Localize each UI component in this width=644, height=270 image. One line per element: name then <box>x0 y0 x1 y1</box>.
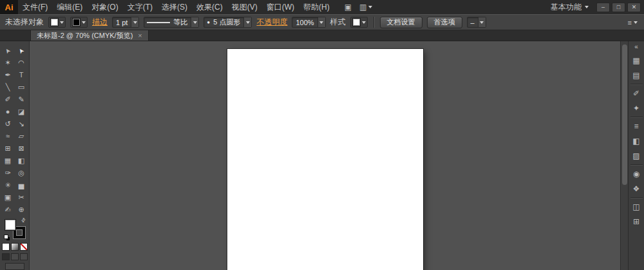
tab-close-icon[interactable]: × <box>138 32 142 39</box>
chevron-down-icon <box>82 21 86 24</box>
selection-tool[interactable]: ➤ <box>1 44 15 57</box>
width-tool[interactable]: ≈ <box>1 130 15 142</box>
direct-selection-tool[interactable]: ➤ <box>15 44 28 57</box>
menu-window[interactable]: 窗口(W) <box>262 0 299 14</box>
lasso-tool-icon: ◠ <box>18 59 24 66</box>
blob-brush-tool[interactable]: ● <box>1 106 15 118</box>
restore-button[interactable]: □ <box>612 3 625 12</box>
menu-type[interactable]: 文字(T) <box>123 0 157 14</box>
stroke-weight-select[interactable]: 1 pt <box>112 17 139 28</box>
dock-divider <box>630 164 643 165</box>
minimize-button[interactable]: – <box>596 3 610 12</box>
bridge-icon[interactable]: ▣ <box>345 3 352 12</box>
menu-select[interactable]: 选择(S) <box>157 0 192 14</box>
type-tool[interactable]: T <box>15 69 28 81</box>
graphic-styles-panel-button[interactable]: ❖ <box>629 181 644 196</box>
document-setup-button[interactable]: 文档设置 <box>380 17 422 28</box>
screen-mode-button[interactable] <box>5 263 24 270</box>
default-fill-stroke-icon[interactable] <box>4 235 8 239</box>
dock-divider <box>630 197 643 198</box>
column-graph-tool[interactable]: ▅ <box>15 179 28 191</box>
rectangle-tool[interactable]: ▭ <box>15 81 28 93</box>
blend-tool[interactable]: ◎ <box>15 167 28 179</box>
symbols-panel-button[interactable]: ✦ <box>629 101 644 115</box>
stroke-color-dropdown[interactable] <box>70 17 88 28</box>
free-transform-tool[interactable]: ▱ <box>15 130 28 142</box>
fill-color-swatch <box>50 18 59 26</box>
menu-view[interactable]: 视图(V) <box>227 0 262 14</box>
draw-inside-button[interactable] <box>20 253 28 260</box>
symbol-sprayer-tool[interactable]: ✳ <box>1 179 15 191</box>
pencil-tool[interactable]: ✎ <box>15 93 28 106</box>
stroke-panel-link[interactable]: 描边 <box>92 17 108 28</box>
menu-edit[interactable]: 编辑(E) <box>52 0 87 14</box>
expand-panels-button[interactable]: « <box>634 43 638 53</box>
color-panel-button[interactable]: ▦ <box>629 53 644 68</box>
transparency-panel-button[interactable]: ▨ <box>629 148 644 163</box>
apply-none-button[interactable] <box>20 243 28 251</box>
artboard[interactable] <box>227 49 423 270</box>
brush-definition-select[interactable]: ● 5 点圆形 <box>204 17 252 28</box>
eyedropper-tool[interactable]: ✑ <box>1 167 15 179</box>
appearance-panel-button[interactable]: ◉ <box>629 166 644 181</box>
vertical-scrollbar[interactable] <box>620 41 628 270</box>
draw-behind-button[interactable] <box>11 253 19 260</box>
menu-effect[interactable]: 效果(C) <box>192 0 227 14</box>
pen-tool[interactable]: ✒ <box>1 69 15 81</box>
color-panel-icon: ▦ <box>632 57 639 64</box>
close-button[interactable]: ✕ <box>627 3 641 12</box>
width-tool-icon: ≈ <box>6 133 10 140</box>
menu-object[interactable]: 对象(O) <box>87 0 122 14</box>
apply-color-button[interactable] <box>2 243 10 251</box>
graphic-style-dropdown[interactable] <box>350 17 368 28</box>
control-bar: 未选择对象 描边 1 pt 等比 ● 5 点圆形 不透明度 100% 样式 文档… <box>0 14 644 30</box>
preferences-button[interactable]: 首选项 <box>427 17 462 28</box>
rotate-tool[interactable]: ↺ <box>1 118 15 130</box>
workspace-switcher[interactable]: 基本功能 <box>543 2 596 13</box>
artboard-tool[interactable]: ▣ <box>1 191 15 204</box>
paintbrush-tool-icon: ✐ <box>5 96 10 103</box>
vertical-scrollbar-thumb[interactable] <box>622 44 627 185</box>
menu-help[interactable]: 帮助(H) <box>299 0 334 14</box>
chevron-down-icon <box>191 17 198 27</box>
fill-color-dropdown[interactable] <box>48 17 66 28</box>
apply-gradient-button[interactable] <box>11 243 19 251</box>
line-segment-tool[interactable]: ╲ <box>1 81 15 93</box>
opacity-select[interactable]: 100% <box>292 17 325 28</box>
arrange-documents-dropdown[interactable]: ▥ <box>359 3 372 12</box>
stroke-panel-button[interactable]: ≡ <box>629 119 644 133</box>
symbol-sprayer-tool-icon: ✳ <box>5 182 10 189</box>
illustrator-logo: Ai <box>0 0 18 14</box>
zoom-tool[interactable]: ⊕ <box>15 204 28 216</box>
opacity-panel-link[interactable]: 不透明度 <box>256 17 287 28</box>
width-profile-select[interactable]: 等比 <box>144 17 199 28</box>
artboards-panel-button[interactable]: ⊞ <box>629 214 644 229</box>
transparency-panel-icon: ▨ <box>632 152 639 160</box>
brushes-panel-button[interactable]: ✐ <box>629 86 644 101</box>
eyedropper-tool-icon: ✑ <box>5 169 10 177</box>
control-bar-divider <box>374 17 374 28</box>
more-options-dropdown[interactable]: – <box>467 17 486 28</box>
mesh-tool[interactable]: ▦ <box>1 155 15 167</box>
fill-color-proxy[interactable] <box>5 219 16 231</box>
menu-file[interactable]: 文件(F) <box>18 0 52 14</box>
canvas-area[interactable] <box>30 41 620 270</box>
slice-tool[interactable]: ✂ <box>15 191 28 204</box>
magic-wand-tool[interactable]: ✶ <box>1 57 15 69</box>
eraser-tool[interactable]: ◪ <box>15 106 28 118</box>
gradient-panel-button[interactable]: ◧ <box>629 133 644 148</box>
shape-builder-tool[interactable]: ⊞ <box>1 142 15 155</box>
document-tab[interactable]: 未标题-2 @ 70% (CMYK/预览) × <box>30 30 149 41</box>
hand-tool[interactable]: ✍ <box>1 204 15 216</box>
layers-panel-button[interactable]: ◫ <box>629 199 644 214</box>
paintbrush-tool[interactable]: ✐ <box>1 93 15 106</box>
scale-tool[interactable]: ↘ <box>15 118 28 130</box>
perspective-grid-tool[interactable]: ⊠ <box>15 142 28 155</box>
lasso-tool[interactable]: ◠ <box>15 57 28 69</box>
graphic-style-swatch <box>352 18 361 26</box>
draw-normal-button[interactable] <box>2 253 10 260</box>
gradient-tool[interactable]: ◧ <box>15 155 28 167</box>
swatches-panel-button[interactable]: ▤ <box>629 68 644 82</box>
swap-fill-stroke-icon[interactable]: ⇄ <box>20 217 27 224</box>
control-panel-menu[interactable]: ≡ <box>628 19 639 26</box>
